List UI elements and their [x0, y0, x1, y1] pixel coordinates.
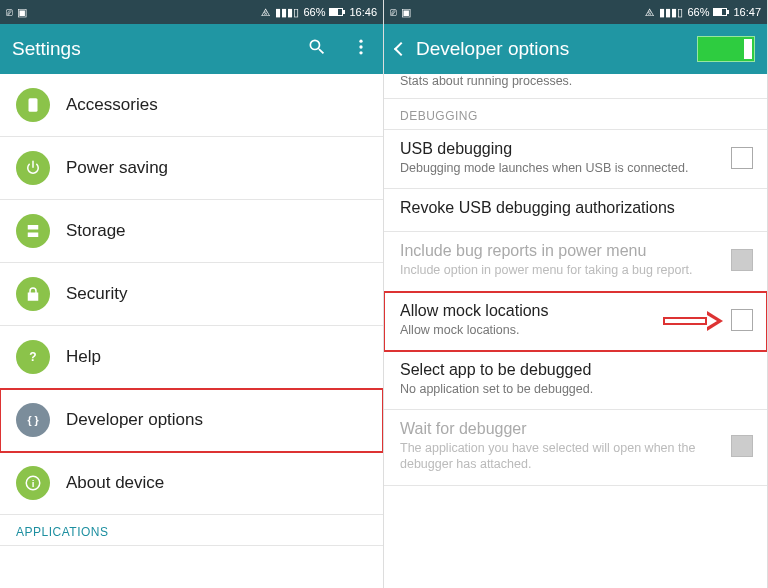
option-usb-debugging[interactable]: USB debugging Debugging mode launches wh… — [384, 130, 767, 189]
info-icon: i — [16, 466, 50, 500]
braces-icon: { } — [16, 403, 50, 437]
section-header-debugging: DEBUGGING — [384, 99, 767, 130]
settings-list: Accessories Power saving Storage Securit… — [0, 74, 383, 588]
option-title: Wait for debugger — [400, 420, 721, 438]
settings-item-developer-options[interactable]: { } Developer options — [0, 389, 383, 452]
option-wait-for-debugger: Wait for debugger The application you ha… — [384, 410, 767, 486]
settings-item-accessories[interactable]: Accessories — [0, 74, 383, 137]
section-header-applications: APPLICATIONS — [0, 515, 383, 546]
notification-icon: ⎚ — [6, 6, 13, 18]
option-subtitle: Stats about running processes. — [400, 74, 751, 88]
more-icon[interactable] — [351, 37, 371, 62]
checkbox — [731, 435, 753, 457]
option-subtitle: Include option in power menu for taking … — [400, 262, 721, 278]
tablet-icon — [16, 88, 50, 122]
option-title: Revoke USB debugging authorizations — [400, 199, 753, 217]
checkbox[interactable] — [731, 147, 753, 169]
page-title: Settings — [12, 38, 81, 60]
power-icon — [16, 151, 50, 185]
page-title: Developer options — [416, 38, 569, 60]
option-subtitle: Debugging mode launches when USB is conn… — [400, 160, 721, 176]
settings-item-storage[interactable]: Storage — [0, 200, 383, 263]
checkbox[interactable] — [731, 309, 753, 331]
settings-item-label: About device — [66, 473, 164, 493]
settings-item-about-device[interactable]: i About device — [0, 452, 383, 515]
settings-item-label: Storage — [66, 221, 126, 241]
notification-icon: ▣ — [17, 6, 27, 19]
option-title: USB debugging — [400, 140, 721, 158]
svg-rect-3 — [29, 98, 38, 112]
status-bar: ⎚ ▣ ⧌ ▮▮▮▯ 66% 16:47 — [384, 0, 767, 24]
settings-item-label: Help — [66, 347, 101, 367]
wifi-icon: ⧌ — [645, 6, 655, 19]
settings-item-label: Developer options — [66, 410, 203, 430]
search-icon[interactable] — [307, 37, 327, 62]
settings-item-label: Accessories — [66, 95, 158, 115]
option-title: Include bug reports in power menu — [400, 242, 721, 260]
battery-icon — [329, 8, 343, 16]
developer-options-master-toggle[interactable] — [697, 36, 755, 62]
status-bar: ⎚ ▣ ⧌ ▮▮▮▯ 66% 16:46 — [0, 0, 383, 24]
option-process-stats[interactable]: Stats about running processes. — [384, 74, 767, 99]
storage-icon — [16, 214, 50, 248]
option-bug-reports-menu: Include bug reports in power menu Includ… — [384, 232, 767, 291]
wifi-icon: ⧌ — [261, 6, 271, 19]
settings-item-security[interactable]: Security — [0, 263, 383, 326]
lock-icon — [16, 277, 50, 311]
battery-percent: 66% — [687, 6, 709, 18]
notification-icon: ▣ — [401, 6, 411, 19]
svg-text:i: i — [32, 478, 35, 489]
battery-icon — [713, 8, 727, 16]
developer-options-list[interactable]: Stats about running processes. DEBUGGING… — [384, 74, 767, 588]
option-select-debug-app[interactable]: Select app to be debugged No application… — [384, 351, 767, 410]
option-title: Select app to be debugged — [400, 361, 753, 379]
svg-text:{ }: { } — [27, 414, 38, 426]
option-allow-mock-locations[interactable]: Allow mock locations Allow mock location… — [384, 292, 767, 351]
option-subtitle: No application set to be debugged. — [400, 381, 753, 397]
settings-item-label: Power saving — [66, 158, 168, 178]
svg-point-1 — [359, 45, 362, 48]
settings-item-help[interactable]: ? Help — [0, 326, 383, 389]
developer-options-screen: ⎚ ▣ ⧌ ▮▮▮▯ 66% 16:47 Developer options S… — [384, 0, 768, 588]
signal-icon: ▮▮▮▯ — [275, 6, 299, 19]
notification-icon: ⎚ — [390, 6, 397, 18]
svg-rect-5 — [28, 233, 39, 238]
svg-text:?: ? — [29, 350, 36, 364]
settings-item-power-saving[interactable]: Power saving — [0, 137, 383, 200]
clock: 16:47 — [733, 6, 761, 18]
option-revoke-usb-auth[interactable]: Revoke USB debugging authorizations — [384, 189, 767, 232]
app-bar: Settings — [0, 24, 383, 74]
battery-percent: 66% — [303, 6, 325, 18]
option-subtitle: Allow mock locations. — [400, 322, 721, 338]
help-icon: ? — [16, 340, 50, 374]
svg-rect-4 — [28, 225, 39, 230]
option-subtitle: The application you have selected will o… — [400, 440, 721, 473]
settings-screen: ⎚ ▣ ⧌ ▮▮▮▯ 66% 16:46 Settings Accessorie… — [0, 0, 384, 588]
checkbox — [731, 249, 753, 271]
back-icon[interactable] — [394, 42, 408, 56]
svg-point-0 — [359, 39, 362, 42]
settings-item-label: Security — [66, 284, 127, 304]
svg-point-2 — [359, 51, 362, 54]
clock: 16:46 — [349, 6, 377, 18]
app-bar: Developer options — [384, 24, 767, 74]
option-title: Allow mock locations — [400, 302, 721, 320]
signal-icon: ▮▮▮▯ — [659, 6, 683, 19]
